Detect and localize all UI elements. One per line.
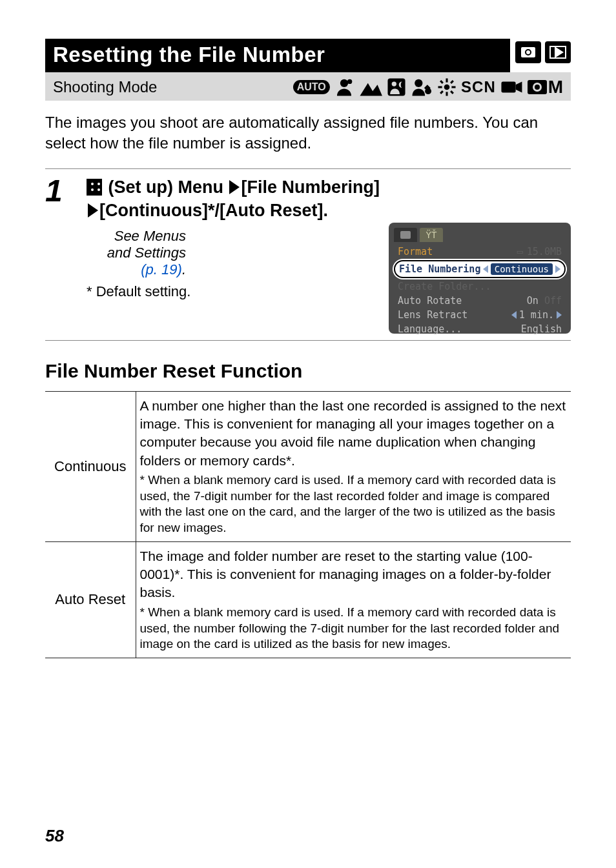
lcd-row-create-folder: Create Folder... [394,279,566,294]
lcd-row-file-numbering: File Numbering Continuous [394,260,566,278]
indoor-mode-icon [436,77,457,97]
svg-rect-15 [501,81,515,92]
step-number: 1 [45,176,77,334]
shooting-mode-row: Shooting Mode AUTO SCN M [45,72,571,101]
svg-line-13 [440,91,443,94]
navigate-right-icon [88,203,98,217]
continuous-auto-label: [Continuous]*/[Auto Reset]. [99,201,328,220]
kids-pets-mode-icon [411,77,433,97]
default-setting-note: * Default setting. [87,283,380,300]
lcd-left-arrow-icon [483,265,488,273]
file-number-reset-table: Continuous A number one higher than the … [45,391,571,658]
file-numbering-label: [File Numbering] [241,177,380,197]
lcd-right-arrow-icon [555,265,560,273]
step-heading: (Set up) Menu [File Numbering] [Continuo… [87,176,571,223]
lcd-screenshot: ŸŤ Format ▭15.0MB File Numbering Continu… [389,223,571,334]
shooting-mode-label: Shooting Mode [53,78,157,96]
continuous-label: Continuous [45,391,136,541]
scn-mode-icon: SCN [461,78,496,96]
svg-point-0 [340,79,348,87]
table-row: Auto Reset The image and folder number a… [45,541,571,658]
svg-point-4 [415,79,422,87]
lcd-tab-setup-icon: ŸŤ [420,228,443,242]
portrait-mode-icon [334,77,354,97]
lcd-row-format: Format ▭15.0MB [394,245,566,259]
page-reference-link[interactable]: (p. 19) [141,261,182,278]
section-heading: File Number Reset Function [45,360,571,382]
lcd-tab-shoot-icon [394,228,417,242]
svg-line-12 [451,81,453,83]
svg-point-14 [444,85,450,90]
setup-menu-icon [87,179,102,196]
movie-mode-icon [500,77,524,97]
lcd-row-auto-rotate: Auto Rotate On Off [394,294,566,308]
svg-line-11 [451,91,453,94]
intro-text: The images you shoot are automatically a… [45,112,571,154]
lcd-row-language: Language... English [394,322,566,336]
continuous-description: A number one higher than the last one re… [136,391,571,541]
page-number: 58 [45,826,64,846]
lcd-left-arrow-icon [511,311,517,319]
svg-point-3 [391,81,396,86]
auto-reset-description: The image and folder number are reset to… [136,541,571,658]
context-mode-icons [515,39,571,63]
setup-menu-label: (Set up) Menu [103,177,228,197]
manual-mode-icon: M [528,77,563,97]
night-snapshot-mode-icon [386,77,407,97]
landscape-mode-icon [358,77,382,97]
auto-reset-label: Auto Reset [45,541,136,658]
svg-point-1 [347,79,352,84]
playback-mode-icon [545,41,571,63]
shooting-mode-icons: AUTO SCN M [163,77,563,97]
auto-mode-icon: AUTO [293,80,330,94]
step-1: 1 (Set up) Menu [File Numbering] [Contin… [45,168,571,341]
table-row: Continuous A number one higher than the … [45,391,571,541]
see-menus-reference: See Menus and Settings (p. 19). [87,228,380,278]
camera-mode-icon [515,41,541,63]
navigate-right-icon [229,180,240,194]
lcd-right-arrow-icon [557,311,562,319]
svg-line-10 [440,81,443,83]
lcd-row-lens-retract: Lens Retract 1 min. [394,308,566,322]
page-title: Resetting the File Number [45,39,510,72]
